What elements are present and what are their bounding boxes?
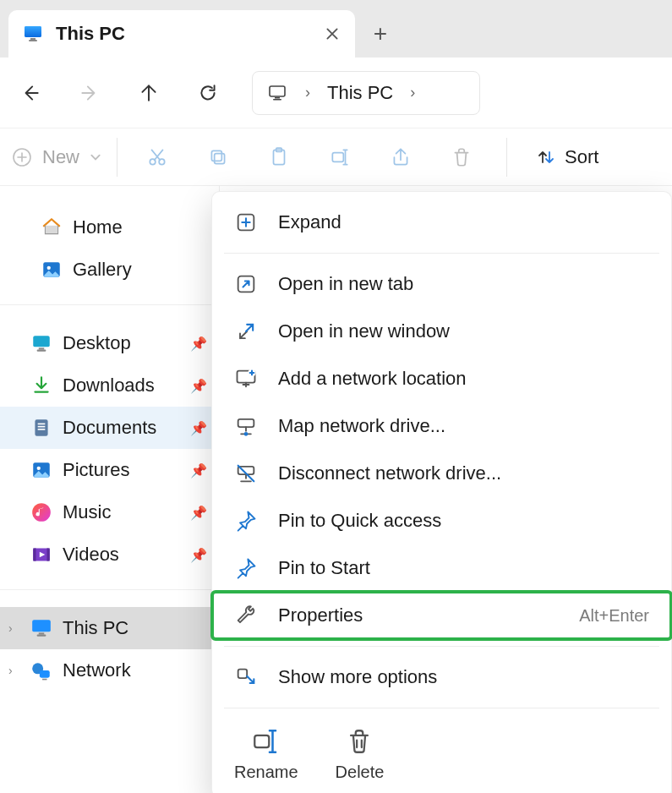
refresh-button[interactable]: [184, 69, 232, 117]
sidebar-item-downloads[interactable]: Downloads 📌: [0, 364, 219, 407]
chevron-right-icon[interactable]: ›: [8, 621, 13, 635]
show-more-icon: [234, 665, 258, 689]
rename-icon: [251, 727, 281, 757]
new-tab-button[interactable]: +: [355, 10, 406, 57]
sort-button[interactable]: Sort: [531, 146, 598, 168]
desktop-icon: [30, 332, 52, 354]
sidebar-item-home[interactable]: Home: [0, 206, 219, 249]
svg-rect-44: [254, 736, 269, 747]
svg-rect-35: [42, 679, 46, 681]
trash-icon: [345, 727, 375, 757]
monitor-icon: [266, 82, 288, 104]
address-segment[interactable]: This PC: [327, 82, 393, 104]
sidebar-item-gallery[interactable]: Gallery: [0, 249, 219, 291]
ctx-label: Add a network location: [278, 368, 467, 390]
sidebar-item-videos[interactable]: Videos 📌: [0, 533, 219, 576]
ctx-label: Rename: [234, 763, 298, 782]
copy-button[interactable]: [197, 136, 239, 178]
ctx-label: Disconnect network drive...: [278, 462, 501, 484]
ctx-label: Pin to Quick access: [278, 510, 441, 532]
chevron-right-icon[interactable]: ›: [410, 84, 415, 101]
sidebar-item-label: Music: [63, 501, 111, 523]
sidebar-item-this-pc[interactable]: › This PC: [0, 607, 219, 649]
ctx-label: Map network drive...: [278, 415, 445, 437]
ctx-pin-quick-access[interactable]: Pin to Quick access: [212, 497, 671, 544]
ctx-open-window[interactable]: Open in new window: [212, 308, 671, 355]
svg-rect-28: [33, 548, 36, 561]
share-button[interactable]: [380, 136, 422, 178]
chevron-right-icon[interactable]: ›: [8, 664, 13, 677]
ctx-label: Pin to Start: [278, 557, 370, 579]
ctx-open-tab[interactable]: Open in new tab: [212, 260, 671, 308]
svg-rect-17: [33, 336, 50, 347]
svg-point-25: [37, 467, 41, 470]
ctx-label: Properties: [278, 604, 363, 626]
ctx-show-more[interactable]: Show more options: [212, 654, 671, 701]
ctx-rename[interactable]: Rename: [234, 727, 298, 782]
chevron-down-icon: [90, 151, 101, 163]
nav-bar: › This PC ›: [0, 57, 672, 129]
paste-button[interactable]: [258, 136, 300, 178]
address-bar[interactable]: › This PC ›: [252, 71, 480, 115]
ctx-shortcut: Alt+Enter: [579, 606, 649, 626]
ctx-disconnect-network-drive[interactable]: Disconnect network drive...: [212, 450, 671, 497]
sort-label: Sort: [565, 146, 598, 168]
ctx-expand[interactable]: Expand: [212, 199, 671, 246]
open-window-icon: [234, 320, 258, 343]
svg-rect-2: [30, 38, 36, 40]
ctx-add-network-location[interactable]: Add a network location: [212, 355, 671, 402]
up-button[interactable]: [125, 69, 172, 117]
music-icon: [30, 501, 52, 523]
svg-rect-3: [29, 40, 37, 41]
monitor-icon: [30, 617, 52, 639]
pin-icon: 📌: [190, 462, 207, 479]
svg-rect-6: [273, 99, 281, 101]
chevron-right-icon[interactable]: ›: [305, 84, 310, 101]
pin-icon: 📌: [190, 505, 207, 521]
svg-rect-30: [32, 620, 51, 632]
svg-rect-5: [275, 97, 280, 99]
new-button[interactable]: New: [12, 138, 117, 177]
pin-icon: 📌: [190, 378, 207, 394]
plus-icon: +: [374, 22, 387, 46]
svg-point-41: [244, 432, 249, 436]
back-button[interactable]: [7, 69, 54, 117]
command-bar: New Sort: [0, 129, 672, 186]
delete-button[interactable]: [440, 136, 483, 178]
ctx-delete[interactable]: Delete: [336, 727, 385, 782]
sidebar-item-label: Documents: [63, 417, 156, 439]
ctx-label: Show more options: [278, 666, 437, 688]
sidebar-item-desktop[interactable]: Desktop 📌: [0, 322, 219, 364]
svg-rect-19: [37, 350, 46, 352]
pictures-icon: [30, 459, 52, 481]
close-icon[interactable]: [325, 26, 340, 41]
tab-title: This PC: [56, 23, 313, 45]
ctx-pin-start[interactable]: Pin to Start: [212, 544, 671, 592]
sidebar-item-label: Home: [73, 216, 123, 238]
svg-rect-29: [47, 548, 50, 561]
sidebar-item-music[interactable]: Music 📌: [0, 491, 219, 533]
ctx-label: Delete: [336, 763, 385, 782]
map-drive-icon: [234, 414, 258, 438]
svg-rect-22: [38, 426, 46, 428]
tab-this-pc[interactable]: This PC: [8, 10, 355, 57]
cut-button[interactable]: [136, 136, 178, 178]
sidebar-item-network[interactable]: › Network: [0, 649, 219, 692]
ctx-properties[interactable]: Properties Alt+Enter: [212, 592, 671, 639]
separator: [506, 138, 507, 177]
svg-rect-34: [40, 670, 50, 678]
network-icon: [30, 659, 52, 681]
home-icon: [41, 216, 63, 238]
ctx-label: Expand: [278, 211, 341, 233]
separator: [224, 253, 659, 254]
sidebar-item-label: Downloads: [63, 375, 155, 396]
sidebar-item-documents[interactable]: Documents 📌: [0, 407, 219, 449]
ctx-bottom-bar: Rename Delete: [212, 715, 671, 790]
ctx-map-network-drive[interactable]: Map network drive...: [212, 402, 671, 450]
properties-icon: [234, 604, 258, 627]
sidebar-item-pictures[interactable]: Pictures 📌: [0, 449, 219, 491]
forward-button[interactable]: [66, 69, 113, 117]
svg-rect-18: [39, 347, 45, 349]
new-label: New: [42, 146, 79, 168]
rename-button[interactable]: [319, 136, 361, 178]
